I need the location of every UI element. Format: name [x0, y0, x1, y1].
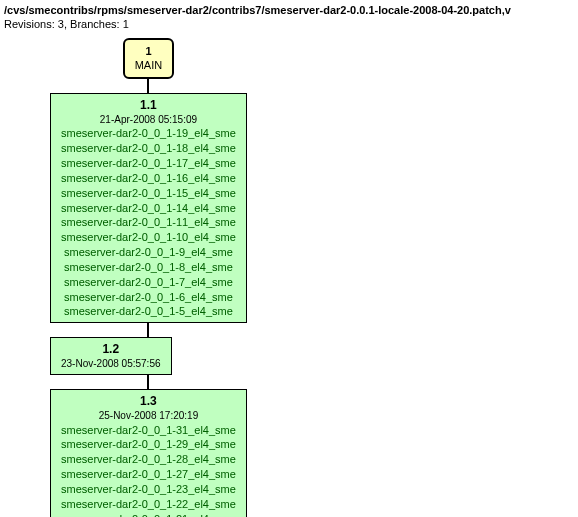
revision-tag: smeserver-dar2-0_0_1-17_el4_sme — [61, 156, 236, 171]
branches-label: Branches: — [70, 18, 120, 30]
revision-tag: smeserver-dar2-0_0_1-10_el4_sme — [61, 230, 236, 245]
revision-tag: smeserver-dar2-0_0_1-22_el4_sme — [61, 497, 236, 512]
revision-id: 1.2 — [61, 341, 161, 357]
revision-tag: smeserver-dar2-0_0_1-7_el4_sme — [61, 275, 236, 290]
revision-node[interactable]: 1.121-Apr-2008 05:15:09smeserver-dar2-0_… — [50, 93, 247, 324]
revision-tag: smeserver-dar2-0_0_1-11_el4_sme — [61, 215, 236, 230]
revision-id: 1.1 — [61, 97, 236, 113]
revision-graph: 1 MAIN 1.121-Apr-2008 05:15:09smeserver-… — [4, 38, 578, 517]
revision-tag: smeserver-dar2-0_0_1-6_el4_sme — [61, 290, 236, 305]
revision-tag: smeserver-dar2-0_0_1-5_el4_sme — [61, 304, 236, 319]
revision-tag: smeserver-dar2-0_0_1-19_el4_sme — [61, 126, 236, 141]
revision-id: 1.3 — [61, 393, 236, 409]
repo-meta: Revisions: 3, Branches: 1 — [4, 18, 578, 30]
connector — [147, 375, 149, 389]
revision-tag: smeserver-dar2-0_0_1-28_el4_sme — [61, 452, 236, 467]
repo-path: /cvs/smecontribs/rpms/smeserver-dar2/con… — [4, 4, 578, 16]
revision-tag: smeserver-dar2-0_0_1-23_el4_sme — [61, 482, 236, 497]
revision-date: 21-Apr-2008 05:15:09 — [61, 113, 236, 127]
revision-tag: smeserver-dar2-0_0_1-16_el4_sme — [61, 171, 236, 186]
revision-tag: smeserver-dar2-0_0_1-18_el4_sme — [61, 141, 236, 156]
revisions-count: 3 — [58, 18, 64, 30]
revision-tag: smeserver-dar2-0_0_1-21_el4_sme — [61, 512, 236, 517]
connector — [147, 323, 149, 337]
revision-tag: smeserver-dar2-0_0_1-9_el4_sme — [61, 245, 236, 260]
revision-date: 25-Nov-2008 17:20:19 — [61, 409, 236, 423]
branches-count: 1 — [123, 18, 129, 30]
branch-number: 1 — [135, 44, 163, 58]
revisions-label: Revisions: — [4, 18, 55, 30]
revision-tag: smeserver-dar2-0_0_1-14_el4_sme — [61, 201, 236, 216]
revision-tag: smeserver-dar2-0_0_1-15_el4_sme — [61, 186, 236, 201]
branch-name: MAIN — [135, 58, 163, 72]
branch-node-main[interactable]: 1 MAIN — [123, 38, 175, 79]
revision-tag: smeserver-dar2-0_0_1-29_el4_sme — [61, 437, 236, 452]
revision-node[interactable]: 1.223-Nov-2008 05:57:56 — [50, 337, 172, 375]
revision-tag: smeserver-dar2-0_0_1-8_el4_sme — [61, 260, 236, 275]
revision-tag: smeserver-dar2-0_0_1-27_el4_sme — [61, 467, 236, 482]
connector — [147, 79, 149, 93]
revision-tag: smeserver-dar2-0_0_1-31_el4_sme — [61, 423, 236, 438]
revision-date: 23-Nov-2008 05:57:56 — [61, 357, 161, 371]
revision-node[interactable]: 1.325-Nov-2008 17:20:19smeserver-dar2-0_… — [50, 389, 247, 517]
